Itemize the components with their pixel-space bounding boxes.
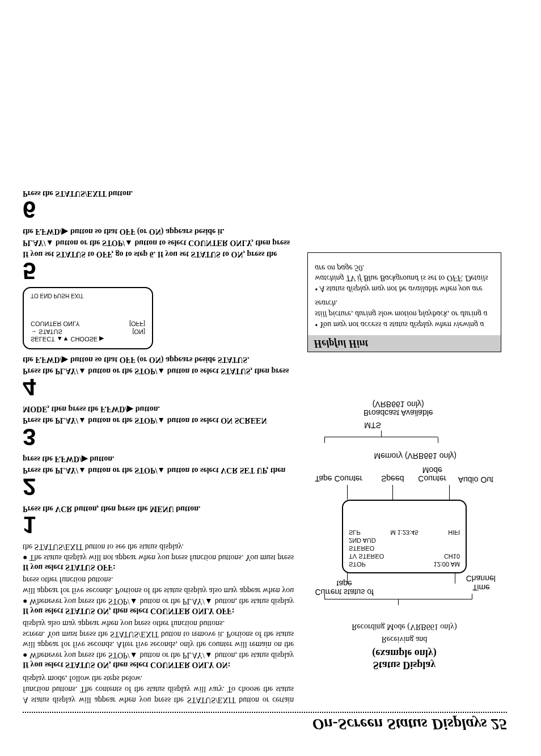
step-3-number: 3 [23,426,294,447]
figure-title: Status Display [307,659,501,671]
osd-status-box: STOP12:00 AM TV STEREOCH10 STEREO 2ND AU… [342,500,467,573]
step-6-number: 6 [23,199,294,221]
step-1: 1 Press the VCR button, then press the M… [23,503,294,536]
mode-off-bullet: Whenever you press the STOP/▲ button or … [23,574,294,606]
step-5: 5 If you set STATUS to OFF, go to step 6… [23,226,294,281]
osd-hifi: HIFI [448,529,460,536]
osd-status-label: → STATUS [31,328,62,335]
hint-bullet-1: You may not access a status display when… [315,297,494,330]
osd-stop: STOP [349,561,366,568]
status-diagram: Current status of tape Time Channel STOP… [307,369,501,619]
label-time: Time [472,583,490,592]
osd-2ndaud: 2ND AUD [349,537,376,544]
figure-note2: Recording Mode (VRB661 only) [307,622,501,631]
label-audio-out: Audio Out [450,475,501,484]
osd-counter-label: COUNTER ONLY [31,320,80,327]
mode-on-heading: If you select STATUS ON, then select COU… [23,660,294,669]
osd-status-value: [ON] [132,328,145,335]
osd-slp: SLP [349,529,361,536]
hint-bullet-2: A status display may not be available wh… [315,262,494,294]
mode-statusoff-bullet: The status display will not appear when … [23,541,294,563]
step-2-text: Press the PLAY/▲ button or the STOP/▲ bu… [23,455,285,475]
mode-statusoff-heading: If you select STATUS OFF: [23,563,294,572]
osd-counter-value: [OFF] [129,320,145,327]
label-memory: Memory (VRB661 only) [370,451,460,460]
step-2: 2 Press the PLAY/▲ button or the STOP/▲ … [23,453,294,497]
osd-stereo: STEREO [349,545,374,552]
osd-channel: CH10 [444,553,460,560]
label-speed: Speed [375,474,409,483]
label-counter-mode: Counter Mode [409,465,455,483]
osd-tvstereo: TV STEREO [349,553,384,560]
osd-select-line: SELECT ▲▼ CHOOSE ▶ [31,335,145,343]
page-title: On-Screen Status Displays 25 [23,715,507,733]
label-current-status: Current status of tape [313,578,375,596]
osd-menu-screen: SELECT ▲▼ CHOOSE ▶ → STATUS [ON] COUNTER… [23,287,153,349]
label-mts: MTS [364,421,381,429]
step-1-text: Press the VCR button, then press the MEN… [23,505,200,513]
osd-end-line: TO END PUSH EXIT [31,293,83,299]
step-1-number: 1 [23,514,294,536]
step-4: 4 Press the PLAY/▲ button or the STOP/▲ … [23,354,294,398]
mode-off-heading: If you select STATUS ON, then select COU… [23,606,294,615]
step-6: 6 Press the STATUS/EXIT button. [23,188,294,221]
label-tape-counter: Tape Counter [313,474,364,483]
intro-text: A status display will appear when you pr… [23,673,294,705]
step-3-text: Press the PLAY/▲ button or the STOP/▲ bu… [23,405,267,425]
figure-note: Receiving and [307,635,501,644]
title-rule [23,712,507,713]
step-3: 3 Press the PLAY/▲ button or the STOP/▲ … [23,403,294,447]
step-5-number: 5 [23,260,294,281]
step-2-number: 2 [23,476,294,497]
figure-subtitle: (example only) [307,647,501,659]
hint-header: Helpful Hint [308,335,501,352]
osd-time: 12:00 AM [434,561,460,568]
osd-counter: M 1:23:45 [391,529,419,536]
mode-on-bullet: Whenever you press the STOP/▲ button or … [23,618,294,661]
helpful-hint-box: Helpful Hint You may not access a status… [307,252,501,352]
label-channel: Channel [466,574,496,582]
step-4-text: Press the PLAY/▲ button or the STOP/▲ bu… [23,356,289,375]
label-broadcast: Broadcast Available (VRB661 only) [347,399,449,417]
step-4-number: 4 [23,377,294,398]
step-5-text: If you set STATUS to OFF, go to step 6. … [23,227,290,259]
step-6-text: Press the STATUS/EXIT button. [23,189,133,198]
